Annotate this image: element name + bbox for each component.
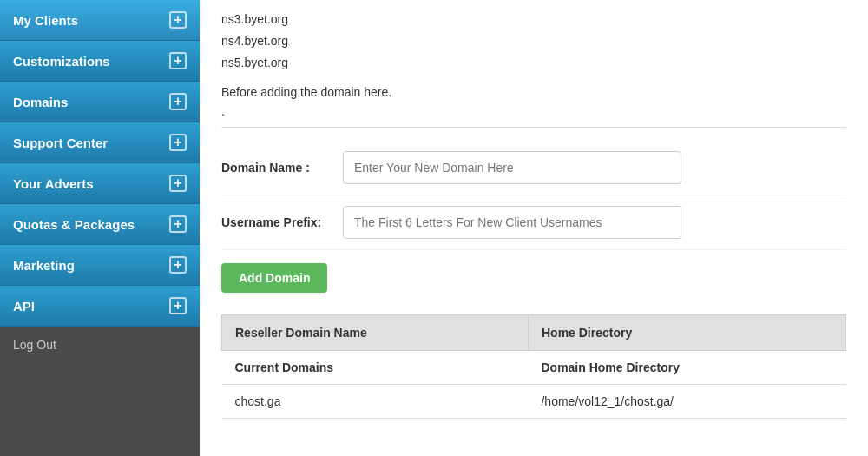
col-header-domain: Reseller Domain Name (222, 314, 529, 350)
sidebar-item-label: Marketing (13, 258, 75, 273)
row-directory: /home/vol12_1/chost.ga/ (528, 384, 845, 418)
expand-icon: + (169, 134, 187, 151)
sidebar-item-domains[interactable]: Domains+ (0, 82, 200, 122)
sidebar-item-label: Your Adverts (13, 176, 94, 191)
sidebar-item-label: API (13, 299, 35, 314)
nameserver-entry: ns3.byet.org (221, 9, 846, 30)
sidebar-item-quotas-packages[interactable]: Quotas & Packages+ (0, 204, 200, 245)
dot-text: . (221, 104, 846, 118)
expand-icon: + (169, 93, 187, 110)
add-domain-button[interactable]: Add Domain (221, 263, 327, 293)
expand-icon: + (169, 297, 187, 314)
nameservers-section: ns3.byet.orgns4.byet.orgns5.byet.org (221, 9, 846, 75)
nameserver-entry: ns5.byet.org (221, 52, 846, 74)
sidebar-item-label: Customizations (13, 54, 110, 69)
domain-name-row: Domain Name : (221, 141, 846, 195)
subheader-dir-col: Domain Home Directory (528, 350, 845, 384)
table-subheader-row: Current Domains Domain Home Directory (222, 350, 846, 384)
row-domain: chost.ga (222, 384, 529, 418)
sidebar: My Clients+Customizations+Domains+Suppor… (0, 0, 200, 456)
sidebar-item-label: Quotas & Packages (13, 217, 135, 232)
expand-icon: + (169, 256, 187, 274)
domain-table: Reseller Domain Name Home Directory Curr… (221, 314, 846, 419)
table-row: chost.ga/home/vol12_1/chost.ga/ (222, 384, 846, 418)
nameserver-entry: ns4.byet.org (221, 30, 846, 52)
sidebar-item-support-center[interactable]: Support Center+ (0, 122, 200, 163)
sidebar-item-label: My Clients (13, 13, 78, 28)
expand-icon: + (169, 11, 187, 29)
sidebar-item-your-adverts[interactable]: Your Adverts+ (0, 163, 200, 204)
main-content: ns3.byet.orgns4.byet.orgns5.byet.org Bef… (200, 0, 868, 456)
domain-name-label: Domain Name : (221, 161, 343, 175)
subheader-domain-col: Current Domains (222, 350, 529, 384)
username-prefix-label: Username Prefix: (221, 215, 343, 229)
expand-icon: + (169, 52, 187, 69)
sidebar-item-label: Domains (13, 95, 68, 109)
col-header-directory: Home Directory (528, 314, 845, 350)
sidebar-item-label: Support Center (13, 135, 108, 150)
before-text: Before adding the domain here. (221, 85, 846, 99)
domain-form: Domain Name : Username Prefix: Add Domai… (221, 127, 846, 293)
sidebar-item-customizations[interactable]: Customizations+ (0, 41, 200, 82)
sidebar-item-api[interactable]: API+ (0, 286, 200, 327)
expand-icon: + (169, 175, 187, 192)
username-prefix-input[interactable] (343, 206, 681, 239)
sidebar-item-my-clients[interactable]: My Clients+ (0, 0, 200, 41)
sidebar-item-marketing[interactable]: Marketing+ (0, 245, 200, 286)
domain-name-input[interactable] (343, 151, 681, 184)
username-prefix-row: Username Prefix: (221, 195, 846, 250)
table-header-row: Reseller Domain Name Home Directory (222, 314, 846, 350)
logout-button[interactable]: Log Out (0, 327, 200, 363)
expand-icon: + (169, 215, 187, 233)
